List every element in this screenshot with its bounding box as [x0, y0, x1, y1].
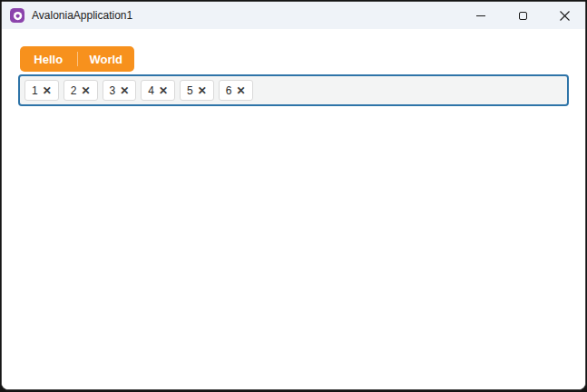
tab-world[interactable]: World — [77, 46, 134, 72]
maximize-icon — [519, 12, 527, 20]
chip-input-box[interactable]: 1✕2✕3✕4✕5✕6✕ — [18, 74, 569, 106]
close-button[interactable] — [543, 2, 585, 29]
chip[interactable]: 4✕ — [141, 80, 175, 101]
chip-label: 6 — [226, 84, 232, 97]
close-icon — [560, 11, 570, 21]
chip-remove-button[interactable]: ✕ — [120, 85, 129, 96]
chip-label: 2 — [71, 84, 77, 97]
chip-label: 5 — [187, 84, 193, 97]
chip[interactable]: 6✕ — [219, 80, 253, 101]
minimize-button[interactable] — [460, 2, 502, 29]
chip-remove-button[interactable]: ✕ — [198, 85, 207, 96]
chip[interactable]: 5✕ — [180, 80, 214, 101]
window-title: AvaloniaApplication1 — [32, 9, 132, 22]
chip-label: 1 — [32, 84, 38, 97]
chip-remove-button[interactable]: ✕ — [236, 85, 245, 96]
chip-remove-button[interactable]: ✕ — [159, 85, 168, 96]
chip-label: 3 — [110, 84, 116, 97]
titlebar: AvaloniaApplication1 — [2, 2, 585, 29]
chip-remove-button[interactable]: ✕ — [81, 85, 90, 96]
chip[interactable]: 2✕ — [64, 80, 98, 101]
chip[interactable]: 3✕ — [103, 80, 137, 101]
app-window: AvaloniaApplication1 Hello World 1✕2✕3✕4… — [1, 1, 586, 390]
chip-label: 4 — [148, 84, 154, 97]
maximize-button[interactable] — [502, 2, 543, 29]
chip[interactable]: 1✕ — [24, 80, 59, 101]
tab-hello[interactable]: Hello — [20, 46, 77, 72]
tab-strip: Hello World — [20, 46, 134, 72]
avalonia-logo-icon — [10, 8, 24, 23]
minimize-icon — [476, 15, 485, 16]
window-content: Hello World 1✕2✕3✕4✕5✕6✕ — [2, 29, 585, 389]
chip-remove-button[interactable]: ✕ — [43, 85, 52, 96]
